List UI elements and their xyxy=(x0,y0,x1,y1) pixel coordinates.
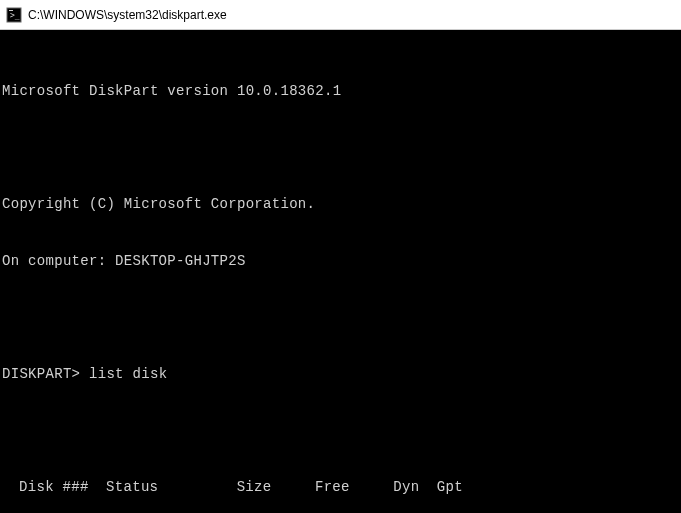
prompt-label: DISKPART> xyxy=(2,366,80,382)
svg-text:>_: >_ xyxy=(10,11,20,20)
blank-line xyxy=(2,422,679,441)
app-icon: >_ xyxy=(6,7,22,23)
command-text: list disk xyxy=(89,366,167,382)
blank-line xyxy=(2,138,679,157)
window-title: C:\WINDOWS\system32\diskpart.exe xyxy=(28,8,227,22)
window-titlebar[interactable]: >_ C:\WINDOWS\system32\diskpart.exe xyxy=(0,0,681,30)
prompt-list-disk: DISKPART> list disk xyxy=(2,365,679,384)
version-line: Microsoft DiskPart version 10.0.18362.1 xyxy=(2,82,679,101)
terminal-output[interactable]: Microsoft DiskPart version 10.0.18362.1 … xyxy=(0,30,681,513)
disk-table-header: Disk ### Status Size Free Dyn Gpt xyxy=(2,478,679,497)
computer-line: On computer: DESKTOP-GHJTP2S xyxy=(2,252,679,271)
copyright-line: Copyright (C) Microsoft Corporation. xyxy=(2,195,679,214)
blank-line xyxy=(2,308,679,327)
